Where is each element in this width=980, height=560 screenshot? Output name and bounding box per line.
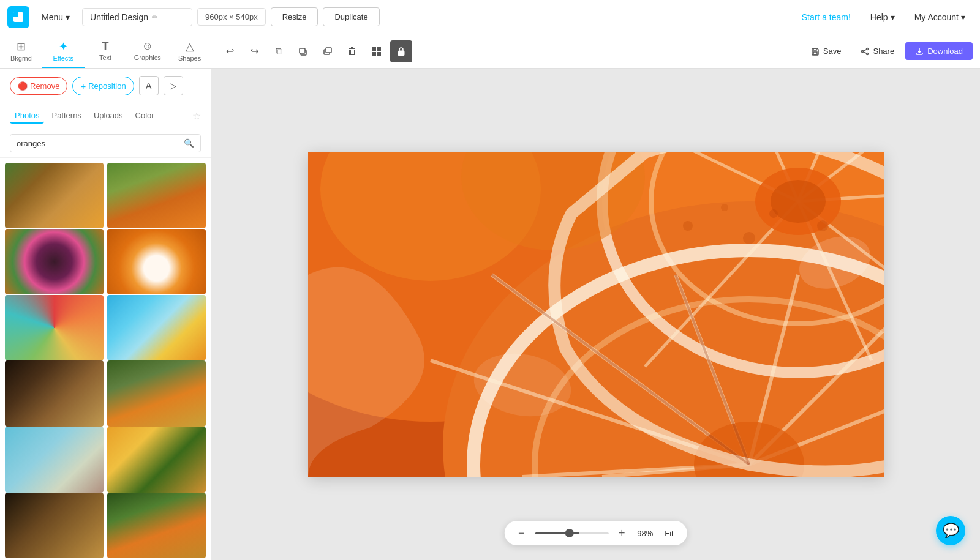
svg-rect-1 [13,12,18,17]
tab-shapes[interactable]: △ Shapes [168,34,211,68]
arrow-icon: ▷ [170,81,176,91]
canvas-wrapper [308,152,884,477]
photo-item[interactable] [5,295,104,360]
zoom-fit-button[interactable]: Fit [661,528,677,539]
effects-label: Effects [53,54,73,62]
app-logo[interactable] [7,6,29,28]
menu-button[interactable]: Menu ▾ [34,9,77,26]
remove-circle-icon: 🔴 [18,81,28,91]
bring-forward-button[interactable] [317,40,339,62]
save-label: Save [823,47,842,56]
svg-point-49 [683,221,693,231]
top-navbar: Menu ▾ Untitled Design ✏ 960px × 540px R… [0,0,980,34]
start-team-button[interactable]: Start a team! [794,9,858,26]
svg-point-52 [769,209,778,218]
zoom-out-button[interactable]: − [514,526,529,540]
lock-button[interactable] [390,40,412,62]
graphics-label: Graphics [134,54,161,61]
account-button[interactable]: My Account ▾ [907,9,973,26]
editor-toolbar: ↩ ↪ ⧉ 🗑 Save Share Download [211,40,980,62]
effects-icon: ✦ [59,40,68,53]
svg-rect-7 [377,47,381,51]
copy-button[interactable]: ⧉ [268,40,290,62]
zoom-bar: − + 98% Fit [504,521,687,545]
photo-item[interactable] [5,163,104,228]
canvas-area: − + 98% Fit 💬 [211,69,980,560]
share-button[interactable]: Share [852,42,903,60]
resize-button[interactable]: Resize [271,7,318,26]
save-button[interactable]: Save [802,42,850,60]
text-style-button[interactable]: A [139,76,159,95]
undo-button[interactable]: ↩ [219,40,241,62]
help-chevron-icon: ▾ [891,12,895,22]
svg-point-15 [867,53,869,54]
search-input[interactable] [17,139,179,148]
photo-item[interactable] [5,427,104,492]
tab-text[interactable]: T Text [85,34,127,68]
tab-photos[interactable]: Photos [10,108,44,124]
reposition-button[interactable]: + Reposition [72,77,134,95]
tab-uploads[interactable]: Uploads [89,108,128,124]
svg-point-14 [862,50,864,52]
plus-icon: + [80,81,86,91]
svg-line-16 [864,50,867,51]
grid-button[interactable] [366,40,388,62]
photo-item[interactable] [107,295,206,360]
account-label: My Account [914,12,959,22]
download-button[interactable]: Download [905,42,973,60]
svg-rect-6 [372,47,376,51]
svg-rect-11 [813,52,817,54]
text-label: Text [99,54,111,61]
duplicate-button[interactable]: Duplicate [323,7,379,26]
edit-title-icon: ✏ [152,13,158,21]
tab-color[interactable]: Color [130,108,159,124]
tab-effects[interactable]: ✦ Effects [42,34,85,68]
document-title-area[interactable]: Untitled Design ✏ [82,8,192,26]
photo-item[interactable] [5,360,104,426]
svg-rect-5 [326,48,331,53]
redo-button[interactable]: ↪ [243,40,265,62]
photo-item[interactable] [107,229,206,294]
chat-button[interactable]: 💬 [936,516,965,545]
delete-button[interactable]: 🗑 [341,40,363,62]
svg-point-53 [817,220,828,231]
reposition-label: Reposition [88,81,126,91]
sidebar: 🔴 Remove + Reposition A ▷ Photos Pattern… [0,69,211,560]
svg-point-50 [721,204,728,211]
tab-graphics[interactable]: ☺ Graphics [126,34,168,68]
send-back-button[interactable] [292,40,314,62]
search-bar: 🔍 [0,129,211,158]
favorites-button[interactable]: ☆ [192,110,201,122]
tab-patterns[interactable]: Patterns [47,108,86,124]
help-label: Help [870,12,888,22]
photo-item[interactable] [5,493,104,558]
zoom-percent: 98% [635,529,655,538]
zoom-in-button[interactable]: + [614,526,629,540]
photo-grid [0,158,211,560]
menu-label: Menu [42,12,63,22]
photo-item[interactable] [107,163,206,228]
svg-rect-10 [398,51,404,56]
photo-tabs: Photos Patterns Uploads Color ☆ [0,103,211,129]
photo-item[interactable] [107,360,206,426]
zoom-minus-icon: − [518,527,525,540]
search-icon[interactable]: 🔍 [184,138,194,148]
photo-item[interactable] [107,493,206,558]
share-label: Share [873,47,894,56]
canvas-image[interactable] [308,152,884,477]
svg-rect-9 [377,52,381,56]
text-icon: T [102,40,108,53]
shapes-icon: △ [186,40,194,53]
document-title: Untitled Design [90,12,148,22]
photo-item[interactable] [107,427,206,492]
svg-point-51 [743,232,755,244]
arrow-button[interactable]: ▷ [164,76,183,95]
remove-label: Remove [30,81,59,91]
help-button[interactable]: Help ▾ [863,9,902,26]
photo-item[interactable] [5,229,104,294]
remove-button[interactable]: 🔴 Remove [10,77,67,95]
zoom-slider[interactable] [535,532,608,534]
svg-rect-8 [372,52,376,56]
svg-rect-12 [813,48,816,50]
tab-bkgrnd[interactable]: ⊞ Bkgrnd [0,34,42,68]
